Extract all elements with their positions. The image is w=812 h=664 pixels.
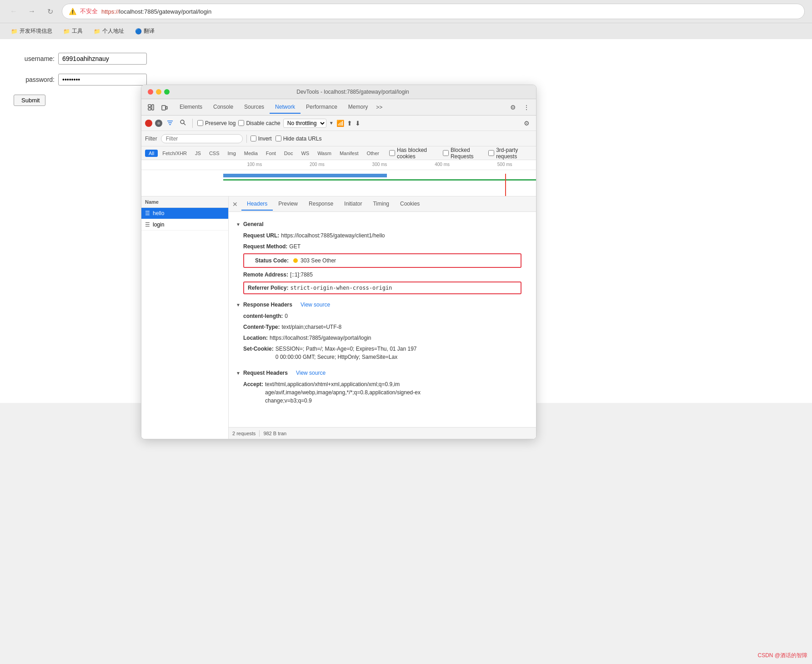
tab-memory[interactable]: Memory <box>343 101 373 114</box>
devtools-tabs: Elements Console Sources Network Perform… <box>141 99 536 116</box>
request-view-source-link[interactable]: View source <box>296 370 326 376</box>
refresh-button[interactable]: ↻ <box>44 5 56 18</box>
has-blocked-cookies-checkbox[interactable]: Has blocked cookies <box>389 147 438 160</box>
type-filter-all[interactable]: All <box>145 150 158 157</box>
stop-button[interactable] <box>155 120 162 127</box>
minimize-traffic-light[interactable] <box>156 89 161 95</box>
tab-initiator[interactable]: Initiator <box>339 198 367 211</box>
bookmark-devenv[interactable]: 📁 开发环境信息 <box>7 26 56 36</box>
filter-input[interactable] <box>161 134 243 143</box>
address-bar[interactable]: ⚠️ 不安全 https://localhost:7885/gateway/po… <box>62 4 805 19</box>
bookmark-label: 开发环境信息 <box>20 27 52 35</box>
preserve-log-input[interactable] <box>197 120 203 126</box>
type-filter-font[interactable]: Font <box>262 150 280 157</box>
network-settings-button[interactable]: ⚙ <box>521 117 532 129</box>
response-headers-section[interactable]: ▼ Response Headers View source <box>236 298 529 311</box>
back-button[interactable]: ← <box>7 5 20 18</box>
username-row: username: <box>14 53 159 65</box>
preserve-log-checkbox[interactable]: Preserve log <box>197 120 236 126</box>
third-party-input[interactable] <box>488 150 494 156</box>
request-url-key: Request URL: <box>243 231 279 240</box>
tab-performance[interactable]: Performance <box>301 101 343 114</box>
type-filter-wasm[interactable]: Wasm <box>314 150 335 157</box>
type-filter-css[interactable]: CSS <box>206 150 223 157</box>
request-method-value: GET <box>289 242 301 251</box>
request-headers-section[interactable]: ▼ Request Headers View source <box>236 366 529 379</box>
tab-headers[interactable]: Headers <box>241 198 273 211</box>
status-badge <box>293 258 298 263</box>
password-row: password: <box>14 74 159 86</box>
svg-point-6 <box>180 120 184 124</box>
fullscreen-traffic-light[interactable] <box>164 89 170 95</box>
password-input[interactable] <box>58 74 147 86</box>
type-filter-manifest[interactable]: Manifest <box>336 150 362 157</box>
svg-line-7 <box>184 123 185 125</box>
translate-icon: 🔵 <box>135 28 142 35</box>
close-detail-panel[interactable]: ✕ <box>232 201 238 208</box>
request-url-value: https://localhost:7885/gateway/client1/h… <box>281 231 385 240</box>
type-filter-other[interactable]: Other <box>363 150 383 157</box>
hide-data-urls-checkbox[interactable]: Hide data URLs <box>276 136 322 142</box>
tab-elements[interactable]: Elements <box>174 101 208 114</box>
content-length-row: content-length: 0 <box>236 311 529 322</box>
blocked-requests-checkbox[interactable]: Blocked Requests <box>443 147 486 160</box>
request-item-hello[interactable]: ☰ hello <box>141 208 228 219</box>
bookmark-tools[interactable]: 📁 工具 <box>60 26 86 36</box>
disable-cache-checkbox[interactable]: Disable cache <box>238 120 280 126</box>
third-party-checkbox[interactable]: 3rd-party requests <box>488 147 532 160</box>
inspect-element-button[interactable] <box>145 101 157 113</box>
request-method-key: Request Method: <box>243 242 287 251</box>
disable-cache-input[interactable] <box>238 120 244 126</box>
tab-cookies[interactable]: Cookies <box>395 198 425 211</box>
hide-data-urls-input[interactable] <box>276 136 281 141</box>
tab-response[interactable]: Response <box>303 198 339 211</box>
more-options-button[interactable]: ⋮ <box>521 101 532 113</box>
type-filter-media[interactable]: Media <box>241 150 261 157</box>
tab-overflow[interactable]: >> <box>373 104 385 111</box>
filter-icon-button[interactable] <box>165 118 175 128</box>
type-filter-fetch[interactable]: Fetch/XHR <box>159 150 190 157</box>
ruler-mark-400: 400 ms <box>411 162 474 170</box>
tab-timing[interactable]: Timing <box>367 198 395 211</box>
type-filter-bar: All Fetch/XHR JS CSS Img Media Font Doc … <box>141 146 536 160</box>
tab-console[interactable]: Console <box>208 101 239 114</box>
general-label: General <box>243 221 264 227</box>
settings-button[interactable]: ⚙ <box>507 101 519 113</box>
view-source-link[interactable]: View source <box>301 302 330 308</box>
username-input[interactable] <box>58 53 147 65</box>
type-filter-ws[interactable]: WS <box>297 150 313 157</box>
general-section-header[interactable]: ▼ General <box>236 217 529 230</box>
invert-checkbox[interactable]: Invert <box>251 136 272 142</box>
has-blocked-cookies-input[interactable] <box>389 150 395 156</box>
search-button[interactable] <box>178 118 188 128</box>
type-filter-js[interactable]: JS <box>191 150 205 157</box>
bookmark-personal[interactable]: 📁 个人地址 <box>90 26 128 36</box>
blocked-requests-label: Blocked Requests <box>451 147 486 160</box>
close-traffic-light[interactable] <box>148 89 153 95</box>
content-type-row: Content-Type: text/plain;charset=UTF-8 <box>236 322 529 332</box>
content-type-value: text/plain;charset=UTF-8 <box>281 323 341 331</box>
set-cookie-row: Set-Cookie: SESSION=; Path=/; Max-Age=0;… <box>236 343 529 362</box>
type-filter-doc[interactable]: Doc <box>281 150 297 157</box>
blocked-requests-input[interactable] <box>443 150 449 156</box>
traffic-lights <box>148 89 170 95</box>
tab-network[interactable]: Network <box>270 101 301 114</box>
folder-icon: 📁 <box>94 28 100 35</box>
tab-preview[interactable]: Preview <box>273 198 303 211</box>
type-filter-img[interactable]: Img <box>224 150 240 157</box>
status-code-row: Status Code: 303 See Other <box>248 256 517 266</box>
record-button[interactable] <box>145 120 152 127</box>
throttle-select[interactable]: No throttling <box>283 119 326 128</box>
device-toolbar-button[interactable] <box>159 101 170 113</box>
request-method-row: Request Method: GET <box>236 241 529 252</box>
folder-icon: 📁 <box>11 28 18 35</box>
page-content: username: password: Submit DevTools - lo… <box>0 39 812 403</box>
submit-button[interactable]: Submit <box>14 95 45 106</box>
forward-button[interactable]: → <box>25 5 38 18</box>
request-item-login[interactable]: ☰ login <box>141 219 228 231</box>
invert-input[interactable] <box>251 136 256 141</box>
tab-sources[interactable]: Sources <box>239 101 270 114</box>
bookmark-label: 翻译 <box>144 27 155 35</box>
bookmark-translate[interactable]: 🔵 翻译 <box>131 26 158 36</box>
url-host: localhost:7885/gateway/portal/login <box>119 8 211 15</box>
